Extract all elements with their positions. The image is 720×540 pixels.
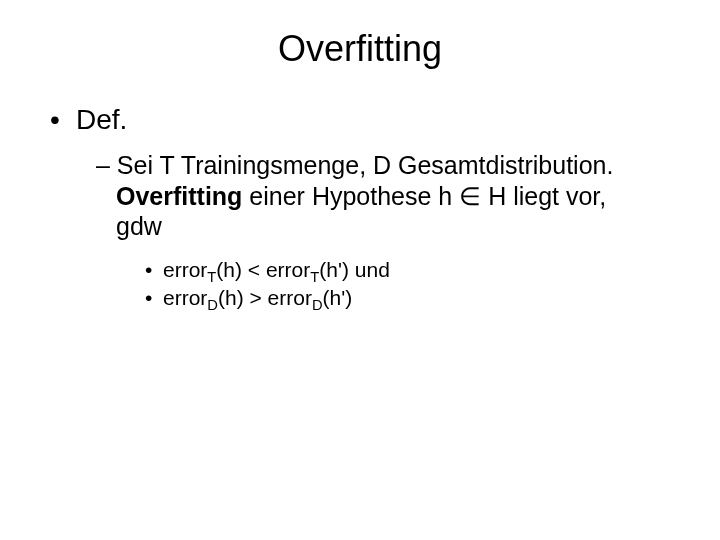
level2-part3: gdw [116,211,650,242]
bullet-dot: • [50,104,76,136]
level1-text: Def. [76,104,127,135]
err2: error [266,258,310,281]
bullet-level3-a: •errorT(h) < errorT(h') und [145,256,680,284]
element-of-symbol: ∈ [459,182,481,210]
bullet-level2: – Sei T Trainingsmenge, D Gesamtdistribu… [96,150,650,242]
end1: (h') und [319,258,390,281]
sub-t2: T [310,269,319,285]
bullet-level1: •Def. [50,104,680,136]
slide: Overfitting •Def. – Sei T Trainingsmenge… [0,0,720,540]
sub-d1: D [207,297,218,313]
bold-overfitting: Overfitting [116,182,242,210]
err4: error [268,286,312,309]
level2-line1: Sei T Trainingsmenge, D Gesamtdistributi… [117,151,614,179]
slide-title: Overfitting [40,28,680,70]
sub-d2: D [312,297,323,313]
bullet-dot-small: • [145,284,163,312]
end2: (h') [323,286,353,309]
level2-part2b: H liegt vor, [481,182,606,210]
bullet-level3-b: •errorD(h) > errorD(h') [145,284,680,312]
level2-part2a: einer Hypothese h [242,182,459,210]
bullet-dot-small: • [145,256,163,284]
dash-icon: – [96,150,110,181]
err1: error [163,258,207,281]
mid1: (h) < [216,258,266,281]
err3: error [163,286,207,309]
mid2: (h) > [218,286,268,309]
sub-t1: T [207,269,216,285]
